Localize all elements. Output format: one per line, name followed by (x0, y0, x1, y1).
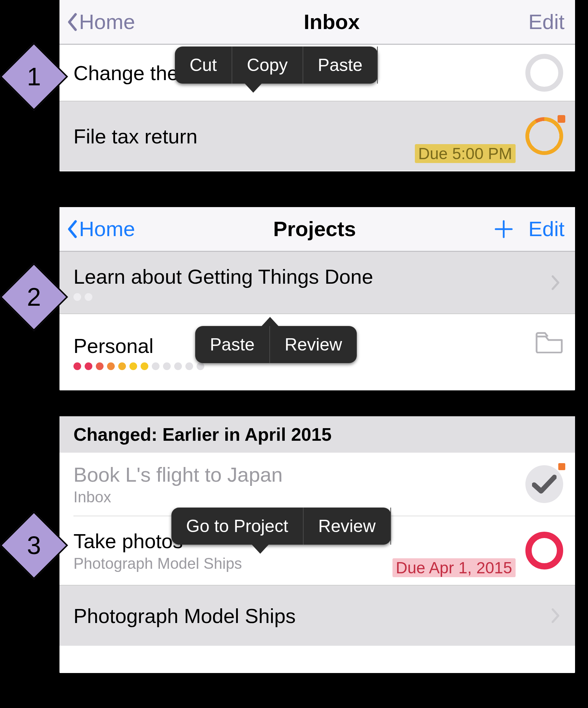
inbox-title: Inbox (304, 10, 360, 34)
project-row-selected[interactable]: Photograph Model Ships (59, 586, 575, 646)
projects-title: Projects (273, 217, 356, 241)
annotation-2: 2 (0, 263, 68, 331)
add-button[interactable] (494, 220, 513, 239)
task-row-completed[interactable]: Book L's flight to Japan Inbox (59, 453, 575, 516)
review-action[interactable]: Review (270, 326, 357, 363)
cut-action[interactable]: Cut (175, 47, 232, 84)
paste-action[interactable]: Paste (195, 326, 270, 363)
project-title: Learn about Getting Things Done (73, 265, 373, 288)
context-menu: Cut Copy Paste (175, 47, 378, 84)
projects-panel: Home Projects Edit Learn about Getting T… (59, 207, 575, 390)
chevron-left-icon (67, 220, 77, 238)
inbox-panel: Home Inbox Edit Change the File tax retu… (59, 0, 575, 171)
completion-circle[interactable] (525, 54, 563, 92)
context-menu: Go to Project Review (171, 508, 391, 545)
task-title: Book L's flight to Japan (73, 463, 283, 486)
annotation-3: 3 (0, 511, 68, 579)
edit-button[interactable]: Edit (529, 217, 565, 241)
review-action[interactable]: Review (304, 508, 391, 545)
paste-action[interactable]: Paste (303, 47, 378, 84)
chevron-left-icon (67, 13, 77, 31)
section-header: Changed: Earlier in April 2015 (59, 416, 575, 453)
due-badge-overdue: Due Apr 1, 2015 (392, 558, 516, 577)
task-title: Change the (73, 61, 178, 85)
project-title: Photograph Model Ships (73, 604, 296, 628)
copy-action[interactable]: Copy (232, 47, 303, 84)
inbox-navbar: Home Inbox Edit (59, 0, 575, 45)
back-button[interactable]: Home (67, 10, 135, 34)
progress-dots (73, 293, 92, 301)
progress-dots (73, 362, 204, 370)
completion-circle-overdue[interactable] (525, 532, 563, 569)
context-menu: Paste Review (195, 326, 357, 363)
task-meta: Inbox (73, 488, 111, 506)
completion-circle-due[interactable] (525, 117, 563, 155)
due-badge: Due 5:00 PM (415, 144, 516, 163)
back-label: Home (79, 217, 135, 241)
task-row-selected[interactable]: File tax return Due 5:00 PM (59, 101, 575, 171)
chevron-right-icon (551, 608, 560, 623)
edit-button[interactable]: Edit (529, 10, 565, 34)
chevron-right-icon (551, 275, 560, 290)
project-row-selected[interactable]: Learn about Getting Things Done (59, 252, 575, 313)
project-title: Personal (73, 334, 154, 357)
back-label: Home (79, 10, 135, 34)
changed-panel: Changed: Earlier in April 2015 Book L's … (59, 416, 575, 673)
completion-check[interactable] (525, 465, 563, 503)
back-button[interactable]: Home (67, 217, 135, 241)
task-title: File tax return (73, 125, 198, 148)
task-title: Take photos (73, 529, 183, 553)
folder-icon (535, 332, 563, 353)
go-to-project-action[interactable]: Go to Project (171, 508, 304, 545)
projects-navbar: Home Projects Edit (59, 207, 575, 252)
annotation-1: 1 (0, 42, 68, 111)
task-meta: Photograph Model Ships (73, 555, 242, 572)
